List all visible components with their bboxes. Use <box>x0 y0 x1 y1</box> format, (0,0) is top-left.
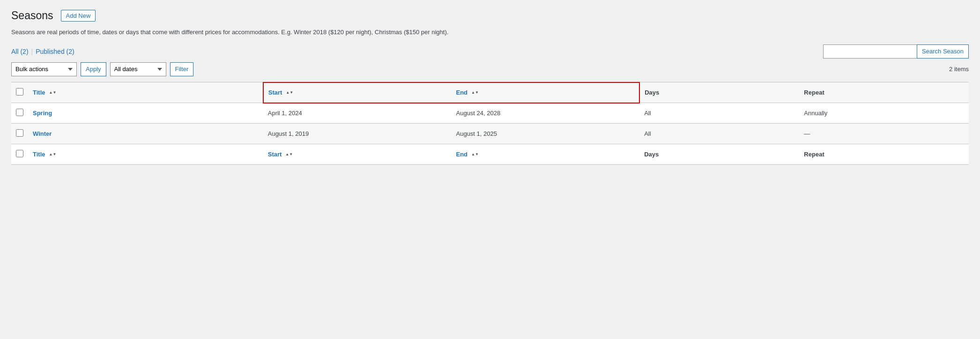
search-button[interactable]: Search Season <box>917 44 969 59</box>
tf-days: Days <box>639 144 799 165</box>
th-title-label[interactable]: Title <box>33 89 45 96</box>
title-sort-icon: ▲▼ <box>49 91 57 95</box>
row-title-link[interactable]: Spring <box>33 110 52 117</box>
filter-published[interactable]: Published (2) <box>36 48 74 55</box>
tf-title: Title ▲▼ <box>28 144 263 165</box>
items-count: 2 items <box>949 66 969 73</box>
apply-button[interactable]: Apply <box>81 62 106 76</box>
row-checkbox-cell <box>11 124 28 144</box>
search-wrap: Search Season <box>823 44 969 59</box>
select-all-checkbox[interactable] <box>16 88 23 96</box>
select-all-footer-checkbox[interactable] <box>16 150 23 157</box>
tf-end: End ▲▼ <box>451 144 639 165</box>
filter-button[interactable]: Filter <box>170 62 194 76</box>
row-checkbox[interactable] <box>16 129 23 137</box>
tf-repeat: Repeat <box>799 144 969 165</box>
th-repeat: Repeat <box>799 82 969 103</box>
row-start-cell: August 1, 2019 <box>263 124 452 144</box>
th-repeat-label: Repeat <box>804 89 824 96</box>
filter-all[interactable]: All (2) <box>11 48 29 55</box>
row-start-cell: April 1, 2024 <box>263 103 452 124</box>
tf-title-label[interactable]: Title <box>33 151 45 158</box>
tf-start: Start ▲▼ <box>263 144 452 165</box>
row-days-cell: All <box>639 124 799 144</box>
row-repeat-cell: — <box>799 124 969 144</box>
page-title: Seasons <box>11 9 53 22</box>
page-description: Seasons are real periods of time, dates … <box>11 28 969 37</box>
start-footer-sort-icon: ▲▼ <box>285 153 293 156</box>
th-end: End ▲▼ <box>451 82 639 103</box>
row-repeat-cell: Annually <box>799 103 969 124</box>
th-title: Title ▲▼ <box>28 82 263 103</box>
th-start-label[interactable]: Start <box>268 89 282 96</box>
title-footer-sort-icon: ▲▼ <box>49 153 57 156</box>
row-days-cell: All <box>639 103 799 124</box>
th-checkbox <box>11 82 28 103</box>
bulk-actions-select[interactable]: Bulk actions Edit Move to Trash <box>11 62 77 76</box>
filter-separator: | <box>31 48 33 55</box>
dates-select[interactable]: All dates <box>110 62 166 76</box>
table-row: Spring April 1, 2024 August 24, 2028 All… <box>11 103 969 124</box>
th-days: Days <box>639 82 799 103</box>
row-title-cell: Winter <box>28 124 263 144</box>
actions-bar: Bulk actions Edit Move to Trash Apply Al… <box>11 62 969 76</box>
row-end-cell: August 24, 2028 <box>451 103 639 124</box>
page-header: Seasons Add New <box>11 9 969 22</box>
end-footer-sort-icon: ▲▼ <box>471 153 479 156</box>
seasons-table: Title ▲▼ Start ▲▼ End ▲▼ Days Rep <box>11 82 969 165</box>
table-header-row: Title ▲▼ Start ▲▼ End ▲▼ Days Rep <box>11 82 969 103</box>
tf-start-label[interactable]: Start <box>268 151 282 158</box>
start-sort-icon: ▲▼ <box>286 91 293 95</box>
end-sort-icon: ▲▼ <box>471 91 479 95</box>
row-end-cell: August 1, 2025 <box>451 124 639 144</box>
tf-end-label[interactable]: End <box>456 151 468 158</box>
table-body: Spring April 1, 2024 August 24, 2028 All… <box>11 103 969 144</box>
tf-checkbox <box>11 144 28 165</box>
tf-repeat-label: Repeat <box>804 151 824 158</box>
th-start: Start ▲▼ <box>263 82 452 103</box>
search-input[interactable] <box>823 44 917 59</box>
row-checkbox[interactable] <box>16 109 23 116</box>
th-end-label[interactable]: End <box>456 89 468 96</box>
add-new-button[interactable]: Add New <box>61 10 96 22</box>
table-row: Winter August 1, 2019 August 1, 2025 All… <box>11 124 969 144</box>
row-title-link[interactable]: Winter <box>33 130 52 137</box>
row-checkbox-cell <box>11 103 28 124</box>
th-days-label: Days <box>645 89 659 96</box>
table-footer-row: Title ▲▼ Start ▲▼ End ▲▼ Days Rep <box>11 144 969 165</box>
filter-links: All (2) | Published (2) <box>11 48 74 55</box>
row-title-cell: Spring <box>28 103 263 124</box>
top-bar: All (2) | Published (2) Search Season <box>11 44 969 59</box>
tf-days-label: Days <box>644 151 659 158</box>
